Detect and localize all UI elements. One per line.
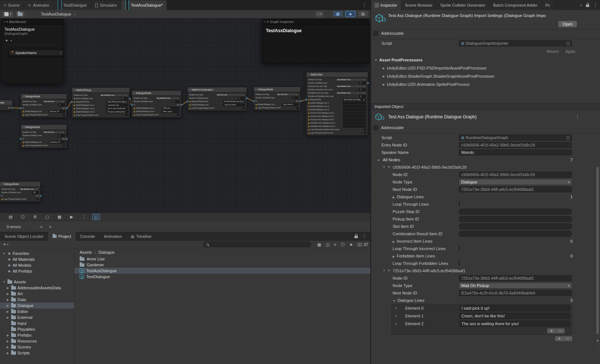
checkbox[interactable] xyxy=(459,260,460,265)
line-port-icon[interactable] xyxy=(74,105,75,106)
int-field[interactable]: 3 xyxy=(121,97,128,100)
show-in-project-button[interactable] xyxy=(16,11,25,17)
checkbox[interactable] xyxy=(243,107,245,109)
output-port-icon[interactable] xyxy=(40,195,41,197)
doc-tab-testdialogue[interactable]: {}TestDialogue xyxy=(54,0,91,10)
frame-all-button[interactable]: ◈ xyxy=(345,11,356,17)
drag-handle-icon[interactable]: = xyxy=(383,164,385,171)
all-nodes-foldout[interactable]: ▼ All Nodes 7 xyxy=(371,156,600,164)
text-field[interactable] xyxy=(459,216,572,222)
add-element-button[interactable]: + xyxy=(547,328,556,334)
array-size[interactable]: 0 xyxy=(570,237,573,245)
line-port-icon[interactable] xyxy=(1,199,3,200)
text-field[interactable] xyxy=(343,102,366,104)
property-row-forbidden-item-lines[interactable]: ▶Forbidden Item Lines0 xyxy=(371,252,600,260)
foldout-arrow-icon[interactable]: ▶ xyxy=(6,286,10,290)
drag-handle-icon[interactable]: = xyxy=(395,312,397,320)
checkbox[interactable] xyxy=(297,107,299,109)
text-field[interactable] xyxy=(459,231,572,237)
array-size[interactable]: 0 xyxy=(570,252,573,260)
window-icon[interactable]: ▢ xyxy=(43,214,51,220)
line-port-icon[interactable] xyxy=(308,122,310,124)
input-port-icon[interactable] xyxy=(253,100,254,102)
text-field[interactable]: Ohhh yes... xyxy=(162,107,179,109)
text-field[interactable] xyxy=(459,209,572,215)
info-icon[interactable]: ⓘ xyxy=(341,242,345,247)
scroll-down-icon[interactable]: ▼ xyxy=(596,339,600,343)
checkbox[interactable] xyxy=(63,114,65,116)
property-row-incorrect-item-lines[interactable]: ▶Incorrect Item Lines0 xyxy=(371,237,600,245)
more-icon[interactable]: ⋮ xyxy=(575,115,580,119)
inspector-tab-inspector[interactable]: Inspector xyxy=(371,0,401,10)
folder-item-scenes[interactable]: ▶Scenes xyxy=(0,344,74,350)
postprocessor-row[interactable]: ▶UnityEditor.U2D.Animation.SpritePostPro… xyxy=(371,80,600,88)
text-field[interactable]: I need my head! xyxy=(223,104,245,106)
output-port-icon[interactable] xyxy=(300,100,301,102)
folder-item-data[interactable]: ▶Data xyxy=(0,297,74,303)
drag-handle-icon[interactable]: = xyxy=(395,304,397,312)
node-dropdown[interactable]: Say Multiple Lines▾ xyxy=(156,97,179,100)
inspector-panel-icon[interactable]: ⓘ xyxy=(19,214,27,220)
node-dropdown[interactable]: Say One Line▾ xyxy=(43,131,65,134)
dropdown[interactable]: Wait On Pickup▾ xyxy=(459,283,572,289)
lock-icon[interactable] xyxy=(354,236,358,238)
line-port-icon[interactable] xyxy=(189,108,191,109)
folder-item-input[interactable]: Input xyxy=(0,320,74,326)
folder-item-playables[interactable]: Playables xyxy=(0,326,74,332)
text-field[interactable]: c93b5606-401f-49a2-99b5-9ecbf1fa9c29 xyxy=(459,172,572,178)
error-count[interactable]: 0 errors xyxy=(7,225,21,229)
apply-button[interactable]: Apply xyxy=(565,49,576,54)
folder-item-dialogue[interactable]: ▶Dialogue xyxy=(0,303,74,309)
output-port-icon[interactable] xyxy=(66,107,68,109)
array-size[interactable]: 3 xyxy=(570,297,573,304)
checkbox[interactable] xyxy=(37,198,39,200)
add-node-button[interactable]: + xyxy=(555,336,564,341)
add-variable-dropdown-icon[interactable]: ▾ xyxy=(11,39,12,42)
line-port-icon[interactable] xyxy=(308,119,310,121)
array-size[interactable]: 7 xyxy=(570,156,573,164)
folder-item-art[interactable]: ▶Art xyxy=(0,291,74,297)
list-element-element-0[interactable]: =Element 0I said pick it up! xyxy=(392,304,571,312)
graph-node-waitonslot[interactable]: ≡WaitOnSlotDefault Line TypeSay Multiple… xyxy=(306,72,368,136)
foldout-arrow-icon[interactable]: ▶ xyxy=(6,340,10,343)
doc-tab-animator[interactable]: ↻Animator xyxy=(24,0,53,10)
console-panel-icon[interactable]: ▤ xyxy=(7,214,14,220)
input-port-icon[interactable] xyxy=(186,101,188,102)
collapse-icon[interactable]: ▾ xyxy=(267,20,269,23)
expand-icon[interactable]: ‹ xyxy=(60,51,61,55)
line-port-icon[interactable] xyxy=(74,111,75,113)
line-port-icon[interactable] xyxy=(23,145,24,146)
text-field[interactable]: Good boy...W xyxy=(49,141,65,144)
inspector-tab-sprite-collider-generator[interactable]: Sprite Collider Generator xyxy=(437,0,489,10)
drag-handle-icon[interactable]: = xyxy=(395,320,397,328)
output-port-icon[interactable] xyxy=(66,138,68,140)
scrollbar-thumb[interactable] xyxy=(596,167,599,334)
foldout-arrow-icon[interactable]: ▼ xyxy=(2,280,6,284)
text-field[interactable]: 7251e73e-38d3-44ff-a8c5-bcf54088aaf1 xyxy=(459,186,572,192)
foldout-arrow-icon[interactable]: ▶ xyxy=(6,298,10,301)
text-field[interactable]: The ass is waiting there xyxy=(106,111,128,113)
postprocessor-row[interactable]: ▶UnityEditor.U2D.PSD.PSDImporterAssetPos… xyxy=(371,64,600,72)
graph-node-dialoguenode[interactable]: ≡DialogueNodeDefault Line TypeSay Multip… xyxy=(131,90,181,118)
inspector-tab-batch-component-adder[interactable]: Batch Component Adder xyxy=(490,0,541,10)
open-button[interactable]: Open xyxy=(558,21,577,27)
panel-tab-timeline[interactable]: ▦Timeline xyxy=(126,232,156,241)
foldout-arrow-icon[interactable]: ▶ xyxy=(6,351,10,355)
folder-item-editor[interactable]: ▶Editor xyxy=(0,309,74,314)
graph-node-dialoguenode[interactable]: ≡DialogueNodeDefault Line TypeSay One Li… xyxy=(253,87,301,111)
save-button[interactable]: ▾ xyxy=(2,11,13,17)
text-field[interactable]: Weirdo xyxy=(459,149,572,155)
text-field[interactable]: I said pick it up! xyxy=(106,104,128,107)
object-picker-icon[interactable] xyxy=(566,42,570,45)
script-object-field[interactable]: ▤ DialogueGraphImporter xyxy=(459,40,572,46)
line-port-icon[interactable] xyxy=(256,104,257,105)
more-icon[interactable]: ⋮ xyxy=(362,3,367,7)
panel-tab-console[interactable]: Console xyxy=(76,232,99,241)
text-field[interactable] xyxy=(343,125,366,128)
input-port-icon[interactable] xyxy=(131,104,133,106)
remove-node-button[interactable]: − xyxy=(564,336,573,341)
output-port-icon[interactable] xyxy=(367,82,369,84)
foldout-arrow-icon[interactable]: ▶ xyxy=(6,304,10,307)
int-field[interactable]: 2 xyxy=(359,95,366,98)
search-input[interactable] xyxy=(203,242,311,247)
